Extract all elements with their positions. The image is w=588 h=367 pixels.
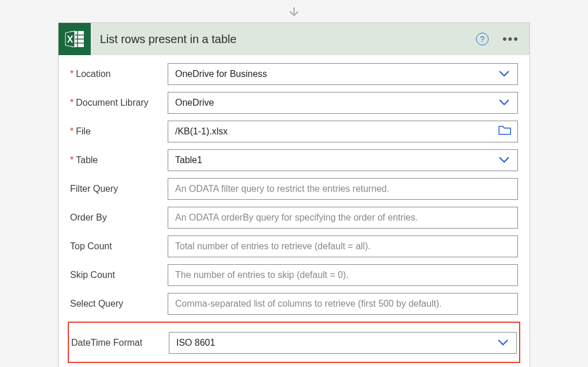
label-top-count: Top Count bbox=[70, 241, 168, 252]
card-body: *Location OneDrive for Business *Documen… bbox=[59, 55, 529, 367]
row-file: *File /KB(1-1).xlsx bbox=[70, 121, 518, 142]
label-skip-count: Skip Count bbox=[70, 270, 168, 280]
row-table: *Table Table1 bbox=[70, 149, 518, 171]
location-dropdown[interactable]: OneDrive for Business bbox=[168, 63, 518, 85]
row-location: *Location OneDrive for Business bbox=[70, 63, 518, 85]
skip-count-input[interactable]: The number of entries to skip (default =… bbox=[168, 264, 518, 286]
table-dropdown[interactable]: Table1 bbox=[168, 149, 518, 171]
label-filter-query: Filter Query bbox=[70, 184, 168, 194]
label-table: *Table bbox=[70, 155, 168, 165]
card-header: List rows present in a table ? ••• bbox=[59, 23, 529, 55]
row-order-by: Order By An ODATA orderBy query for spec… bbox=[70, 207, 518, 229]
action-card: List rows present in a table ? ••• *Loca… bbox=[58, 22, 530, 367]
top-count-input[interactable]: Total number of entries to retrieve (def… bbox=[168, 235, 518, 257]
document-library-dropdown[interactable]: OneDrive bbox=[168, 92, 518, 114]
more-icon[interactable]: ••• bbox=[502, 33, 519, 45]
help-icon[interactable]: ? bbox=[476, 33, 489, 45]
excel-icon bbox=[59, 23, 91, 55]
row-select-query: Select Query Comma-separated list of col… bbox=[70, 293, 518, 315]
file-input[interactable]: /KB(1-1).xlsx bbox=[168, 121, 518, 142]
flow-action-container: List rows present in a table ? ••• *Loca… bbox=[58, 7, 530, 367]
label-location: *Location bbox=[70, 69, 168, 79]
order-by-input[interactable]: An ODATA orderBy query for specifying th… bbox=[168, 207, 518, 229]
row-top-count: Top Count Total number of entries to ret… bbox=[70, 235, 518, 257]
label-document-library: *Document Library bbox=[70, 98, 168, 108]
label-order-by: Order By bbox=[70, 213, 168, 223]
label-file: *File bbox=[70, 126, 168, 137]
highlight-box: DateTime Format ISO 8601 bbox=[68, 322, 520, 363]
row-skip-count: Skip Count The number of entries to skip… bbox=[70, 264, 518, 286]
label-select-query: Select Query bbox=[70, 299, 168, 309]
label-datetime-format: DateTime Format bbox=[71, 338, 169, 348]
datetime-format-dropdown[interactable]: ISO 8601 bbox=[169, 332, 517, 354]
row-filter-query: Filter Query An ODATA filter query to re… bbox=[70, 178, 518, 200]
card-title: List rows present in a table bbox=[100, 33, 476, 46]
select-query-input[interactable]: Comma-separated list of columns to retri… bbox=[168, 293, 518, 315]
filter-query-input[interactable]: An ODATA filter query to restrict the en… bbox=[168, 178, 518, 200]
row-datetime-format: DateTime Format ISO 8601 bbox=[71, 332, 517, 354]
row-document-library: *Document Library OneDrive bbox=[70, 92, 518, 114]
connector-arrow-icon bbox=[58, 7, 530, 20]
